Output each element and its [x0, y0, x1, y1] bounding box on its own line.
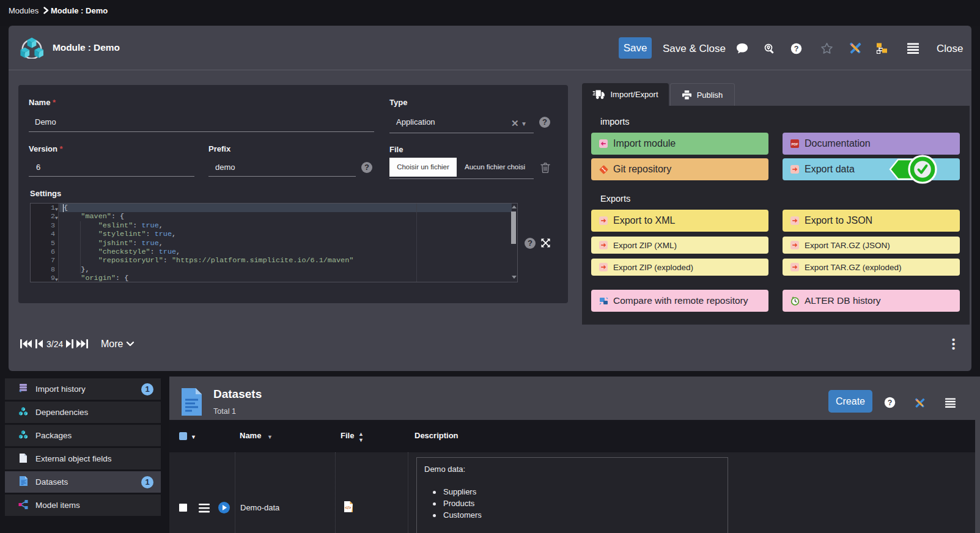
svg-text:</>: </> — [345, 505, 351, 510]
svg-text:?: ? — [794, 45, 799, 53]
svg-text:PDF: PDF — [792, 142, 799, 146]
svg-text:?: ? — [888, 399, 893, 407]
